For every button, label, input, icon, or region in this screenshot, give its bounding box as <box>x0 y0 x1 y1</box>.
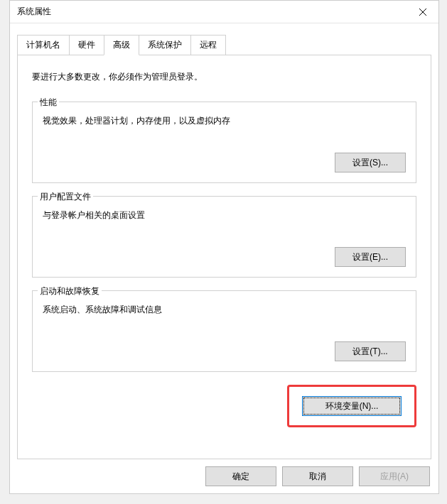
user-profiles-settings-button[interactable]: 设置(E)... <box>335 247 406 267</box>
tab-computer-name[interactable]: 计算机名 <box>17 35 70 55</box>
tab-content-advanced: 要进行大多数更改，你必须作为管理员登录。 性能 视觉效果，处理器计划，内存使用，… <box>17 55 431 459</box>
ok-button[interactable]: 确定 <box>205 466 276 486</box>
environment-variables-button[interactable]: 环境变量(N)... <box>302 396 402 416</box>
performance-desc: 视觉效果，处理器计划，内存使用，以及虚拟内存 <box>43 115 406 127</box>
tab-advanced[interactable]: 高级 <box>104 35 139 55</box>
admin-note: 要进行大多数更改，你必须作为管理员登录。 <box>32 71 416 83</box>
performance-settings-button[interactable]: 设置(S)... <box>335 153 406 172</box>
tab-system-protection[interactable]: 系统保护 <box>139 35 191 55</box>
startup-recovery-settings-button[interactable]: 设置(T)... <box>335 341 406 361</box>
startup-recovery-button-row: 设置(T)... <box>43 341 406 361</box>
tab-hardware[interactable]: 硬件 <box>69 35 104 55</box>
close-icon <box>419 9 426 16</box>
apply-button[interactable]: 应用(A) <box>359 466 430 486</box>
user-profiles-desc: 与登录帐户相关的桌面设置 <box>43 209 406 221</box>
highlight-annotation: 环境变量(N)... <box>287 385 416 427</box>
startup-recovery-group: 启动和故障恢复 系统启动、系统故障和调试信息 设置(T)... <box>32 290 416 372</box>
performance-title: 性能 <box>38 97 59 109</box>
user-profiles-group: 用户配置文件 与登录帐户相关的桌面设置 设置(E)... <box>32 196 416 278</box>
tab-strip: 计算机名 硬件 高级 系统保护 远程 <box>17 35 431 55</box>
env-variables-row: 环境变量(N)... <box>32 385 416 427</box>
titlebar: 系统属性 <box>10 1 438 23</box>
performance-button-row: 设置(S)... <box>43 153 406 172</box>
window-title: 系统属性 <box>17 6 51 18</box>
cancel-button[interactable]: 取消 <box>282 466 353 486</box>
user-profiles-title: 用户配置文件 <box>38 191 93 203</box>
system-properties-window: 系统属性 计算机名 硬件 高级 系统保护 远程 要进行大多数更改，你必须作为管理… <box>9 0 439 494</box>
dialog-buttons: 确定 取消 应用(A) <box>10 459 438 493</box>
user-profiles-button-row: 设置(E)... <box>43 247 406 267</box>
startup-recovery-desc: 系统启动、系统故障和调试信息 <box>43 304 406 316</box>
close-button[interactable] <box>406 1 438 23</box>
tab-remote[interactable]: 远程 <box>190 35 226 55</box>
tab-container: 计算机名 硬件 高级 系统保护 远程 要进行大多数更改，你必须作为管理员登录。 … <box>10 23 438 459</box>
performance-group: 性能 视觉效果，处理器计划，内存使用，以及虚拟内存 设置(S)... <box>32 102 416 183</box>
startup-recovery-title: 启动和故障恢复 <box>38 285 102 297</box>
